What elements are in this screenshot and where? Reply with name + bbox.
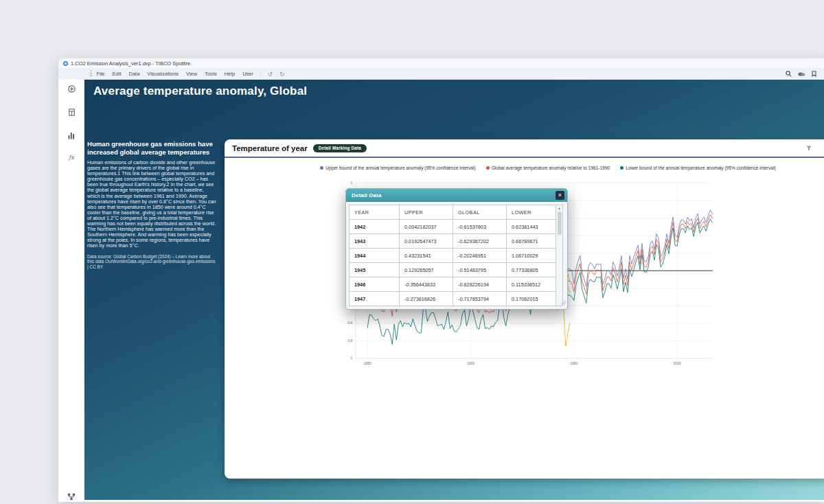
cell-value: 0.62381443 [507, 220, 556, 234]
svg-text:-0.6: -0.6 [347, 321, 353, 325]
menu-item-data[interactable]: Data [125, 71, 144, 77]
menu-item-visualizations[interactable]: Visualizations [144, 71, 183, 77]
cell-value: 0.77336805 [507, 263, 556, 277]
page-title: Average temperature anomaly, Global [93, 84, 307, 98]
column-header-lower[interactable]: LOWER [507, 205, 556, 220]
cell-value: -0.61537803 [453, 220, 507, 234]
popup-title: Detail Data [352, 192, 382, 198]
detail-table-head: YEARUPPERGLOBALLOWER [350, 205, 556, 220]
menubar-divider: | [257, 71, 264, 77]
column-header-year[interactable]: YEAR [350, 205, 400, 220]
cell-year: 1945 [350, 263, 400, 277]
table-row[interactable]: 1946-0.356443833-0.8282261940.115338512 [350, 277, 556, 292]
cell-year: 1942 [350, 220, 400, 234]
legend-dot-icon [320, 166, 323, 170]
menubar: ⋮ | FileEditDataVisualizationsViewToolsH… [58, 68, 824, 80]
cell-value: -0.20246951 [453, 249, 507, 263]
comments-icon[interactable] [798, 71, 805, 77]
menu-item-edit[interactable]: Edit [108, 71, 125, 77]
legend-entry[interactable]: Lower bound of the annual temperature an… [620, 165, 775, 170]
svg-text:-0.8: -0.8 [347, 339, 353, 343]
cell-year: 1944 [350, 249, 400, 263]
bar-chart-icon[interactable] [58, 132, 84, 139]
detail-data-table[interactable]: YEARUPPERGLOBALLOWER 19420.0042182037-0.… [349, 205, 556, 306]
app-icon [63, 61, 68, 66]
table-row[interactable]: 1947-0.273616826-0.7178537940.17062015 [350, 292, 556, 306]
cell-value: 0.115338512 [507, 277, 556, 292]
cell-year: 1943 [350, 234, 400, 249]
screen: 1.CO2 Emission Analysis_ver1.dxp - TIBCO… [0, 0, 824, 504]
cell-value: 0.17062015 [507, 292, 556, 306]
scroll-thumb[interactable] [558, 211, 562, 235]
svg-text:1: 1 [351, 181, 353, 185]
add-icon[interactable] [58, 85, 84, 93]
cell-value: -0.51483795 [453, 263, 507, 277]
menu-item-file[interactable]: File [93, 71, 108, 77]
popup-scrollbar[interactable]: ▲ [556, 205, 563, 306]
text-panel: Human greenhouse gas emissions have incr… [87, 140, 217, 269]
cell-value: 0.66789671 [507, 234, 556, 249]
data-source-note: Data source: Global Carbon Budget (2024)… [87, 254, 217, 270]
menu-item-help[interactable]: Help [220, 71, 238, 77]
detail-data-table-area: YEARUPPERGLOBALLOWER 19420.0042182037-0.… [346, 202, 567, 309]
chart-title: Temperature of year [232, 144, 308, 152]
table-row[interactable]: 19450.129265057-0.514837950.77336805 [350, 263, 556, 277]
text-panel-body: Human emissions of carbon dioxide and ot… [87, 160, 217, 249]
filter-funnel-icon[interactable] [806, 146, 812, 151]
menu-item-view[interactable]: View [183, 71, 201, 77]
text-panel-heading: Human greenhouse gas emissions have incr… [87, 140, 217, 156]
cell-value: -0.828226194 [453, 277, 507, 292]
table-row[interactable]: 19420.0042182037-0.615378030.62381443 [350, 220, 556, 234]
card-divider [225, 157, 824, 158]
cell-value: -0.629367202 [453, 234, 507, 249]
window-titlebar: 1.CO2 Emission Analysis_ver1.dxp - TIBCO… [58, 58, 824, 68]
table-row[interactable]: 19440.43231541-0.202469511.06710029 [350, 249, 556, 263]
svg-text:2000: 2000 [674, 361, 681, 365]
detail-data-popup-header[interactable]: Detail Data × [346, 189, 567, 202]
legend: Upper bound of the annual temperature an… [225, 165, 824, 170]
svg-text:1850: 1850 [364, 361, 371, 365]
legend-entry[interactable]: Global average temperature anomaly relat… [486, 165, 610, 170]
functions-icon[interactable]: ƒx [58, 154, 84, 161]
close-icon[interactable]: × [556, 191, 564, 200]
svg-text:1950: 1950 [570, 361, 577, 365]
menu-item-tools[interactable]: Tools [201, 71, 221, 77]
cell-value: -0.356443833 [400, 277, 453, 292]
cell-value: 1.06710029 [507, 249, 556, 263]
kebab-menu-icon[interactable]: ⋮ [88, 69, 94, 77]
column-header-global[interactable]: GLOBAL [453, 205, 507, 220]
resize-handle-icon[interactable] [561, 296, 566, 308]
legend-dot-icon [620, 166, 623, 170]
svg-text:-1: -1 [350, 356, 353, 360]
search-icon[interactable] [786, 71, 792, 77]
detail-data-popup: Detail Data × YEARUPPERGLOBALLOWER 19420… [345, 188, 568, 310]
menu-items: FileEditDataVisualizationsViewToolsHelpU… [93, 71, 258, 77]
legend-entry[interactable]: Upper bound of the annual temperature an… [320, 165, 475, 170]
bookmark-icon[interactable] [812, 71, 816, 77]
cell-value: 0.0192647473 [400, 234, 453, 249]
sidebar: ƒx [58, 80, 84, 502]
chart-card-header: Temperature of year Detail Marking Data [225, 139, 824, 157]
cell-value: 0.43231541 [400, 249, 453, 263]
detail-marking-badge[interactable]: Detail Marking Data [313, 144, 367, 152]
legend-label: Upper bound of the annual temperature an… [325, 165, 475, 170]
svg-text:1900: 1900 [467, 361, 474, 365]
cell-value: 0.0042182037 [400, 220, 453, 234]
table-row[interactable]: 19430.0192647473-0.6293672020.66789671 [350, 234, 556, 249]
cell-value: -0.717853794 [453, 292, 507, 306]
scroll-up-icon[interactable]: ▲ [558, 206, 561, 210]
cell-value: 0.129265057 [400, 263, 453, 277]
data-table-icon[interactable] [58, 108, 84, 116]
legend-label: Global average temperature anomaly relat… [492, 165, 610, 170]
window-title: 1.CO2 Emission Analysis_ver1.dxp - TIBCO… [71, 60, 190, 67]
column-header-upper[interactable]: UPPER [400, 205, 453, 220]
undo-icon[interactable]: ↺ [264, 71, 276, 78]
cell-year: 1947 [350, 292, 400, 306]
legend-dot-icon [486, 166, 490, 170]
cell-value: -0.273616826 [400, 292, 453, 306]
data-canvas-icon[interactable] [58, 493, 84, 501]
detail-table-body: 19420.0042182037-0.615378030.62381443194… [350, 220, 556, 306]
menu-item-user[interactable]: User [239, 71, 258, 77]
legend-label: Lower bound of the annual temperature an… [626, 165, 775, 170]
redo-icon[interactable]: ↻ [276, 71, 288, 78]
